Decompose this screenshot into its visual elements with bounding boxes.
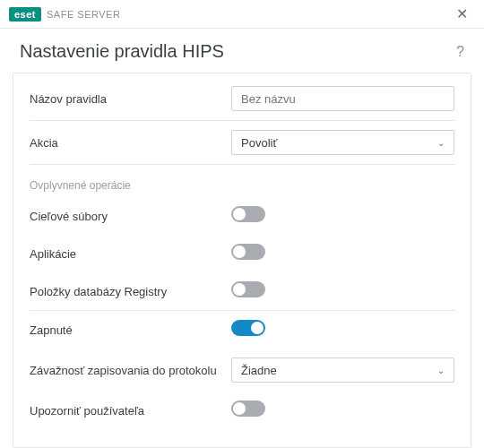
rule-name-input[interactable] [231, 86, 454, 111]
registry-entries-label: Položky databázy Registry [30, 285, 231, 298]
log-severity-select[interactable]: Žiadne ⌄ [231, 358, 454, 383]
titlebar: eset SAFE SERVER ✕ [0, 0, 484, 29]
settings-panel: Názov pravidla Akcia Povoliť ⌄ Ovplyvnen… [13, 73, 471, 448]
notify-user-label: Upozorniť používateľa [30, 404, 231, 418]
action-select[interactable]: Povoliť ⌄ [231, 130, 454, 155]
log-severity-value: Žiadne [241, 364, 277, 377]
header: Nastavenie pravidla HIPS ? [0, 29, 484, 73]
row-applications: Aplikácie [30, 235, 454, 272]
row-rule-name: Názov pravidla [30, 77, 454, 120]
action-select-value: Povoliť [241, 136, 277, 150]
help-icon[interactable]: ? [456, 44, 464, 60]
brand-badge: eset [9, 7, 41, 22]
row-notify-user: Upozorniť používateľa [30, 392, 454, 429]
target-files-label: Cieľové súbory [30, 210, 231, 223]
chevron-down-icon: ⌄ [437, 366, 445, 375]
brand-logo: eset SAFE SERVER [9, 7, 120, 22]
page-title: Nastavenie pravidla HIPS [20, 41, 224, 62]
row-action: Akcia Povoliť ⌄ [30, 121, 454, 164]
brand-product: SAFE SERVER [47, 9, 120, 20]
applications-toggle[interactable] [231, 244, 265, 260]
log-severity-label: Závažnosť zapisovania do protokolu [30, 364, 231, 377]
row-log-severity: Závažnosť zapisovania do protokolu Žiadn… [30, 349, 454, 392]
enabled-toggle[interactable] [231, 320, 265, 336]
notify-user-toggle[interactable] [231, 401, 265, 417]
row-registry-entries: Položky databázy Registry [30, 272, 454, 310]
rule-name-label: Názov pravidla [30, 92, 231, 106]
registry-entries-toggle[interactable] [231, 281, 265, 297]
target-files-toggle[interactable] [231, 206, 265, 222]
enabled-label: Zapnuté [30, 323, 231, 337]
row-target-files: Cieľové súbory [30, 197, 454, 235]
row-enabled: Zapnuté [30, 311, 454, 349]
action-label: Akcia [30, 136, 231, 150]
chevron-down-icon: ⌄ [437, 138, 445, 148]
close-icon[interactable]: ✕ [451, 4, 473, 24]
applications-label: Aplikácie [30, 247, 231, 261]
affected-ops-label: Ovplyvnené operácie [30, 165, 454, 197]
